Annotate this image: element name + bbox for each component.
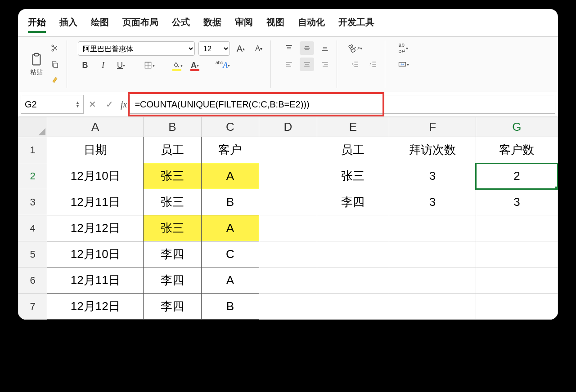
col-header-F[interactable]: F: [389, 117, 476, 137]
tab-review[interactable]: 审阅: [235, 16, 253, 33]
orientation-button[interactable]: ab↗ ▾: [348, 41, 362, 55]
cell[interactable]: 张三: [144, 189, 201, 215]
tab-insert[interactable]: 插入: [59, 16, 77, 33]
col-header-G[interactable]: G: [476, 117, 558, 137]
col-header-B[interactable]: B: [144, 117, 201, 137]
name-box[interactable]: G2 ▲▼: [21, 95, 84, 114]
decrease-font-icon[interactable]: A▾: [252, 42, 266, 55]
cell[interactable]: [389, 215, 476, 241]
borders-button[interactable]: ▾: [142, 58, 156, 72]
cancel-formula-icon[interactable]: ✕: [84, 99, 101, 110]
cell[interactable]: [317, 215, 389, 241]
tab-view[interactable]: 视图: [266, 16, 284, 33]
wrap-text-button[interactable]: abc↵ ▾: [396, 41, 410, 55]
font-color-button[interactable]: A ▾: [188, 58, 202, 72]
formula-input[interactable]: [130, 95, 555, 114]
tab-developer[interactable]: 开发工具: [338, 16, 374, 33]
select-all-corner[interactable]: [18, 117, 47, 137]
cell-selected[interactable]: 2: [476, 163, 558, 189]
cell[interactable]: [389, 241, 476, 267]
cell[interactable]: 张三: [144, 215, 201, 241]
cell[interactable]: [259, 294, 317, 320]
tab-data[interactable]: 数据: [203, 16, 221, 33]
align-middle-icon[interactable]: [300, 41, 314, 55]
cell[interactable]: 李四: [144, 294, 201, 320]
spreadsheet-grid[interactable]: A B C D E F G 1 日期 员工 客户 员工 拜访次数 客户数 2 1…: [18, 117, 558, 320]
cell[interactable]: 12月12日: [47, 215, 144, 241]
align-bottom-icon[interactable]: [318, 41, 332, 55]
cell[interactable]: 12月11日: [47, 267, 144, 294]
cell[interactable]: 3: [389, 189, 476, 215]
cell[interactable]: [389, 294, 476, 320]
cell[interactable]: [259, 241, 317, 267]
cell[interactable]: 李四: [317, 189, 389, 215]
cell[interactable]: [389, 267, 476, 294]
align-top-icon[interactable]: [282, 41, 296, 55]
cell[interactable]: [259, 189, 317, 215]
cell[interactable]: A: [201, 215, 259, 241]
col-header-A[interactable]: A: [47, 117, 144, 137]
row-header-1[interactable]: 1: [18, 137, 47, 163]
cell[interactable]: 日期: [47, 137, 144, 163]
decrease-indent-icon[interactable]: [348, 58, 362, 71]
cell[interactable]: 12月10日: [47, 241, 144, 267]
bold-button[interactable]: B: [78, 58, 92, 72]
cell[interactable]: [259, 163, 317, 189]
fx-label[interactable]: fx: [118, 99, 130, 110]
merge-cells-button[interactable]: ▾: [396, 58, 410, 71]
cell[interactable]: 12月12日: [47, 294, 144, 320]
name-box-spinner-icon[interactable]: ▲▼: [76, 101, 80, 108]
cell[interactable]: 李四: [144, 267, 201, 294]
fill-color-button[interactable]: ▾: [170, 58, 184, 72]
cell[interactable]: [317, 294, 389, 320]
cell[interactable]: 张三: [144, 163, 201, 189]
cut-icon[interactable]: [48, 41, 62, 55]
col-header-E[interactable]: E: [317, 117, 389, 137]
cell[interactable]: A: [201, 163, 259, 189]
cell[interactable]: 12月11日: [47, 189, 144, 215]
cell[interactable]: [259, 137, 317, 163]
increase-font-icon[interactable]: A▴: [234, 42, 248, 55]
phonetic-button[interactable]: abcA ▾: [216, 58, 230, 72]
col-header-D[interactable]: D: [259, 117, 317, 137]
cell[interactable]: 张三: [317, 163, 389, 189]
cell[interactable]: [259, 267, 317, 294]
cell[interactable]: B: [201, 189, 259, 215]
format-painter-icon[interactable]: [48, 74, 62, 87]
tab-formulas[interactable]: 公式: [172, 16, 190, 33]
cell[interactable]: 3: [476, 189, 558, 215]
italic-button[interactable]: I: [96, 58, 110, 72]
increase-indent-icon[interactable]: [366, 58, 380, 71]
tab-home[interactable]: 开始: [28, 16, 46, 33]
cell[interactable]: 3: [389, 163, 476, 189]
cell[interactable]: [317, 241, 389, 267]
cell[interactable]: 员工: [144, 137, 201, 163]
cell[interactable]: [476, 241, 558, 267]
cell[interactable]: [476, 294, 558, 320]
col-header-C[interactable]: C: [201, 117, 259, 137]
cell[interactable]: [476, 267, 558, 294]
cell[interactable]: 李四: [144, 241, 201, 267]
cell[interactable]: 拜访次数: [389, 137, 476, 163]
paste-button[interactable]: 粘贴: [29, 52, 44, 76]
row-header-3[interactable]: 3: [18, 189, 47, 215]
align-center-icon[interactable]: [300, 58, 314, 71]
font-size-select[interactable]: 12: [198, 41, 230, 56]
row-header-7[interactable]: 7: [18, 294, 47, 320]
row-header-5[interactable]: 5: [18, 241, 47, 267]
cell[interactable]: B: [201, 294, 259, 320]
row-header-4[interactable]: 4: [18, 215, 47, 241]
cell[interactable]: 员工: [317, 137, 389, 163]
cell[interactable]: C: [201, 241, 259, 267]
row-header-2[interactable]: 2: [18, 163, 47, 189]
cell[interactable]: A: [201, 267, 259, 294]
align-right-icon[interactable]: [318, 58, 332, 71]
copy-icon[interactable]: [48, 58, 62, 71]
align-left-icon[interactable]: [282, 58, 296, 71]
cell[interactable]: 客户数: [476, 137, 558, 163]
tab-automate[interactable]: 自动化: [298, 16, 325, 33]
row-header-6[interactable]: 6: [18, 267, 47, 294]
confirm-formula-icon[interactable]: ✓: [101, 99, 118, 110]
cell[interactable]: 客户: [201, 137, 259, 163]
font-family-select[interactable]: 阿里巴巴普惠体: [78, 41, 195, 56]
